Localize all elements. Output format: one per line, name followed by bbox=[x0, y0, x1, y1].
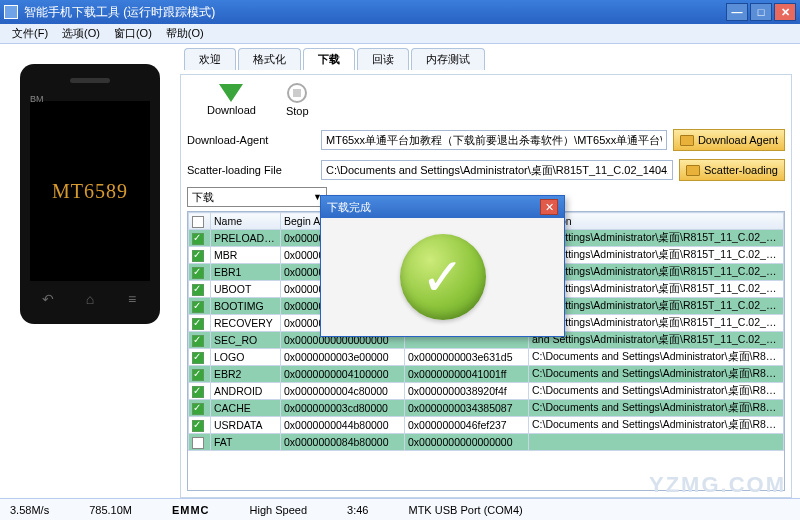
close-button[interactable]: ✕ bbox=[774, 3, 796, 21]
table-row[interactable]: ANDROID0x0000000004c800000x0000000038920… bbox=[189, 383, 784, 400]
maximize-button[interactable]: □ bbox=[750, 3, 772, 21]
tab-welcome[interactable]: 欢迎 bbox=[184, 48, 236, 70]
minimize-button[interactable]: — bbox=[726, 3, 748, 21]
cell-name: ANDROID bbox=[211, 383, 281, 400]
tab-memory-test[interactable]: 内存测试 bbox=[411, 48, 485, 70]
chip-label: MT6589 bbox=[52, 180, 128, 203]
cell-location: and Settings\Administrator\桌面\R815T_11_C… bbox=[529, 315, 784, 332]
table-row[interactable]: LOGO0x0000000003e000000x0000000003e631d5… bbox=[189, 349, 784, 366]
cell-end: 0x0000000000000000 bbox=[405, 434, 529, 451]
row-checkbox[interactable] bbox=[192, 318, 204, 330]
row-checkbox[interactable] bbox=[192, 420, 204, 432]
phone-screen: MT6589 bbox=[30, 101, 150, 281]
row-checkbox[interactable] bbox=[192, 386, 204, 398]
cell-location bbox=[529, 434, 784, 451]
stop-icon bbox=[287, 83, 307, 103]
col-name[interactable]: Name bbox=[211, 213, 281, 230]
row-checkbox[interactable] bbox=[192, 267, 204, 279]
cell-location: and Settings\Administrator\桌面\R815T_11_C… bbox=[529, 230, 784, 247]
cell-begin: 0x0000000044b80000 bbox=[281, 417, 405, 434]
cell-begin: 0x0000000084b80000 bbox=[281, 434, 405, 451]
cell-location: C:\Documents and Settings\Administrator\… bbox=[529, 400, 784, 417]
cell-name: BOOTIMG bbox=[211, 298, 281, 315]
cell-name: EBR2 bbox=[211, 366, 281, 383]
stop-button-label: Stop bbox=[286, 105, 309, 117]
cell-begin: 0x0000000004100000 bbox=[281, 366, 405, 383]
action-dropdown[interactable]: 下载 ▼ bbox=[187, 187, 327, 207]
download-agent-label: Download-Agent bbox=[187, 134, 315, 146]
cell-name: UBOOT bbox=[211, 281, 281, 298]
cell-end: 0x0000000046fef237 bbox=[405, 417, 529, 434]
cell-begin: 0x0000000003e00000 bbox=[281, 349, 405, 366]
menu-options[interactable]: 选项(O) bbox=[56, 24, 106, 43]
cell-begin: 0x0000000004c80000 bbox=[281, 383, 405, 400]
header-checkbox[interactable] bbox=[192, 216, 204, 228]
cell-location: C:\Documents and Settings\Administrator\… bbox=[529, 349, 784, 366]
tab-format[interactable]: 格式化 bbox=[238, 48, 301, 70]
row-checkbox[interactable] bbox=[192, 233, 204, 245]
status-port: MTK USB Port (COM4) bbox=[408, 504, 522, 516]
row-checkbox[interactable] bbox=[192, 403, 204, 415]
menu-window[interactable]: 窗口(O) bbox=[108, 24, 158, 43]
download-agent-browse-button[interactable]: Download Agent bbox=[673, 129, 785, 151]
status-storage: EMMC bbox=[172, 504, 210, 516]
row-checkbox[interactable] bbox=[192, 301, 204, 313]
menu-file[interactable]: 文件(F) bbox=[6, 24, 54, 43]
phone-mockup: BM MT6589 ↶ ⌂ ≡ bbox=[20, 64, 160, 324]
cell-location: and Settings\Administrator\桌面\R815T_11_C… bbox=[529, 281, 784, 298]
phone-nav-keys: ↶ ⌂ ≡ bbox=[40, 291, 140, 305]
cell-name: SEC_RO bbox=[211, 332, 281, 349]
window-titlebar: 智能手机下载工具 (运行时跟踪模式) — □ ✕ bbox=[0, 0, 800, 24]
folder-icon bbox=[680, 135, 694, 146]
main-tabs: 欢迎 格式化 下载 回读 内存测试 bbox=[180, 48, 792, 70]
cell-name: LOGO bbox=[211, 349, 281, 366]
cell-end: 0x0000000003e631d5 bbox=[405, 349, 529, 366]
scatter-file-input[interactable] bbox=[321, 160, 673, 180]
download-agent-input[interactable] bbox=[321, 130, 667, 150]
row-checkbox[interactable] bbox=[192, 284, 204, 296]
cell-location: C:\Documents and Settings\Administrator\… bbox=[529, 366, 784, 383]
row-checkbox[interactable] bbox=[192, 335, 204, 347]
cell-end: 0x0000000038920f4f bbox=[405, 383, 529, 400]
cell-name: RECOVERY bbox=[211, 315, 281, 332]
menu-bar: 文件(F) 选项(O) 窗口(O) 帮助(O) bbox=[0, 24, 800, 44]
scatter-btn-label: Scatter-loading bbox=[704, 164, 778, 176]
scatter-loading-browse-button[interactable]: Scatter-loading bbox=[679, 159, 785, 181]
dropdown-value: 下载 bbox=[192, 190, 214, 205]
menu-help[interactable]: 帮助(O) bbox=[160, 24, 210, 43]
phone-speaker bbox=[70, 78, 110, 83]
tab-download[interactable]: 下载 bbox=[303, 48, 355, 70]
window-title: 智能手机下载工具 (运行时跟踪模式) bbox=[24, 4, 724, 21]
table-row[interactable]: USRDATA0x0000000044b800000x0000000046fef… bbox=[189, 417, 784, 434]
home-key-icon: ⌂ bbox=[82, 291, 98, 305]
cell-name: MBR bbox=[211, 247, 281, 264]
status-time: 3:46 bbox=[347, 504, 368, 516]
stop-button[interactable]: Stop bbox=[286, 83, 309, 117]
app-icon bbox=[4, 5, 18, 19]
table-row[interactable]: EBR20x00000000041000000x00000000041001ff… bbox=[189, 366, 784, 383]
dialog-close-button[interactable]: ✕ bbox=[540, 199, 558, 215]
success-check-icon: ✓ bbox=[400, 234, 486, 320]
row-checkbox[interactable] bbox=[192, 437, 204, 449]
cell-end: 0x00000000041001ff bbox=[405, 366, 529, 383]
table-row[interactable]: CACHE0x000000003cd800000x000000003438508… bbox=[189, 400, 784, 417]
status-bar: 3.58M/s 785.10M EMMC High Speed 3:46 MTK… bbox=[0, 498, 800, 520]
download-complete-dialog: 下载完成 ✕ ✓ bbox=[320, 195, 565, 337]
download-button[interactable]: Download bbox=[207, 84, 256, 116]
cell-location: C:\Documents and Settings\Administrator\… bbox=[529, 383, 784, 400]
phone-brand: BM bbox=[30, 94, 44, 104]
cell-name: FAT bbox=[211, 434, 281, 451]
status-mode: High Speed bbox=[250, 504, 308, 516]
table-row[interactable]: FAT0x0000000084b800000x0000000000000000 bbox=[189, 434, 784, 451]
folder-icon bbox=[686, 165, 700, 176]
scatter-file-label: Scatter-loading File bbox=[187, 164, 315, 176]
col-location[interactable]: Location bbox=[529, 213, 784, 230]
status-speed: 3.58M/s bbox=[10, 504, 49, 516]
cell-begin: 0x000000003cd80000 bbox=[281, 400, 405, 417]
tab-readback[interactable]: 回读 bbox=[357, 48, 409, 70]
row-checkbox[interactable] bbox=[192, 352, 204, 364]
download-agent-btn-label: Download Agent bbox=[698, 134, 778, 146]
phone-preview-pane: BM MT6589 ↶ ⌂ ≡ bbox=[0, 44, 180, 498]
row-checkbox[interactable] bbox=[192, 369, 204, 381]
row-checkbox[interactable] bbox=[192, 250, 204, 262]
